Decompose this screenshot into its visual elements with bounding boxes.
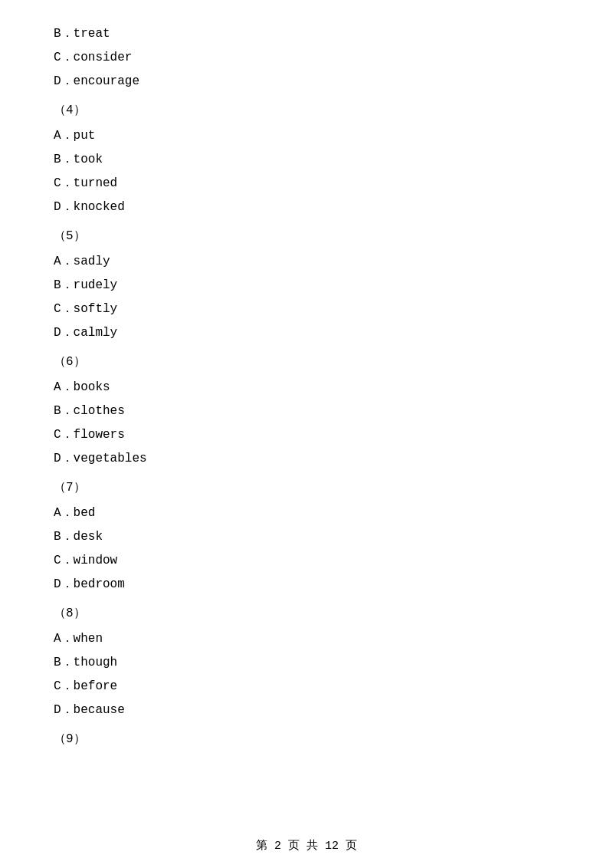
- option-d-encourage: D．encourage: [54, 71, 559, 93]
- option-d-knocked: D．knocked: [54, 196, 559, 219]
- option-c-before: C．before: [54, 676, 559, 698]
- option-b-though: B．though: [54, 652, 559, 674]
- option-a-bed: A．bed: [54, 502, 559, 524]
- option-d-vegetables: D．vegetables: [54, 448, 559, 470]
- option-c-flowers: C．flowers: [54, 424, 559, 446]
- option-c-window: C．window: [54, 550, 559, 572]
- option-b-rudely: B．rudely: [54, 275, 559, 297]
- option-b-took: B．took: [54, 149, 559, 171]
- option-a-sadly: A．sadly: [54, 251, 559, 273]
- section-label-4: （4）: [54, 100, 559, 122]
- option-c-turned: C．turned: [54, 173, 559, 195]
- option-b-clothes: B．clothes: [54, 400, 559, 422]
- option-c-consider: C．consider: [54, 47, 559, 69]
- section-label-9: （9）: [54, 728, 559, 751]
- section-label-7: （7）: [54, 477, 559, 499]
- option-d-because: D．because: [54, 699, 559, 722]
- option-a-when: A．when: [54, 628, 559, 650]
- option-b-treat: B．treat: [54, 23, 559, 45]
- section-label-6: （6）: [54, 351, 559, 373]
- option-b-desk: B．desk: [54, 526, 559, 548]
- section-label-8: （8）: [54, 603, 559, 625]
- main-content: B．treat C．consider D．encourage （4） A．put…: [0, 0, 613, 800]
- option-a-books: A．books: [54, 376, 559, 399]
- option-d-bedroom: D．bedroom: [54, 574, 559, 596]
- page-footer: 第 2 页 共 12 页: [0, 838, 613, 853]
- option-a-put: A．put: [54, 125, 559, 147]
- option-d-calmly: D．calmly: [54, 322, 559, 344]
- section-label-5: （5）: [54, 225, 559, 248]
- option-c-softly: C．softly: [54, 298, 559, 321]
